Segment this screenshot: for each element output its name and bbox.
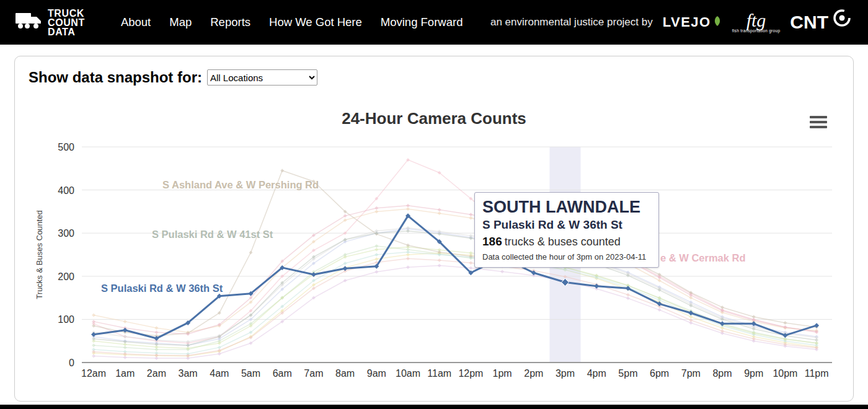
x-tick-label: 8am <box>335 368 355 379</box>
x-tick-label: 9am <box>367 368 386 379</box>
tooltip-location: S Pulaski Rd & W 36th St <box>482 218 651 232</box>
truck-icon <box>15 7 42 37</box>
cnt-logo[interactable]: CNT <box>790 12 853 33</box>
x-tick-label: 10am <box>396 368 420 379</box>
series-line[interactable] <box>94 209 817 332</box>
leaf-icon <box>712 14 722 30</box>
x-tick-label: 12am <box>81 368 106 379</box>
tooltip-area-name: SOUTH LAWNDALE <box>482 198 651 216</box>
header-right: an environmental justice project by LVEJ… <box>490 12 853 33</box>
snapshot-label: Show data snapshot for: <box>29 69 202 86</box>
x-tick-label: 11am <box>427 368 451 379</box>
nav-how-we-got-here[interactable]: How We Got Here <box>269 15 362 29</box>
series-markers[interactable] <box>92 207 818 334</box>
y-axis-title: Trucks & Buses Counted <box>35 210 44 299</box>
main-content: Show data snapshot for: All Locations 01… <box>0 45 868 402</box>
x-tick-label: 9pm <box>744 368 763 379</box>
menu-bar <box>810 126 827 128</box>
menu-bar <box>810 121 827 123</box>
menu-bar <box>810 116 827 118</box>
y-tick-label: 500 <box>58 142 74 152</box>
snapshot-row: Show data snapshot for: All Locations <box>29 69 317 86</box>
tooltip-footnote: Data collected the hour of 3pm on 2023-0… <box>482 252 651 262</box>
x-tick-label: 3am <box>179 368 198 379</box>
nav-reports[interactable]: Reports <box>210 15 250 29</box>
x-tick-label: 3pm <box>556 368 575 379</box>
series-label: e & W Cermak Rd <box>660 252 746 263</box>
x-tick-label: 10pm <box>773 368 797 379</box>
x-tick-label: 7pm <box>681 368 701 379</box>
tooltip-count: 186trucks & buses counted <box>482 235 651 248</box>
x-tick-label: 1am <box>115 368 135 379</box>
site-header: TRUCK COUNT DATA About Map Reports How W… <box>0 0 868 45</box>
site-logo-text: TRUCK COUNT DATA <box>48 9 85 37</box>
x-tick-label: 1pm <box>493 368 512 379</box>
chart-tooltip: SOUTH LAWNDALE S Pulaski Rd & W 36th St … <box>474 192 659 268</box>
y-tick-label: 200 <box>58 271 74 282</box>
chart-card: Show data snapshot for: All Locations 01… <box>14 56 854 402</box>
y-tick-label: 100 <box>58 314 74 325</box>
nav-about[interactable]: About <box>121 15 151 29</box>
x-tick-label: 6am <box>273 368 292 379</box>
y-tick-label: 0 <box>69 358 74 368</box>
nav-moving-forward[interactable]: Moving Forward <box>381 15 463 29</box>
chart-menu-button[interactable] <box>810 116 827 128</box>
camera-counts-chart: 010020030040050012am1am2am3am4am5am6am7a… <box>15 56 853 400</box>
project-tagline: an environmental justice project by <box>490 16 653 29</box>
series-label: S Pulaski Rd & W 36th St <box>101 283 223 294</box>
cnt-swirl-icon <box>831 12 853 33</box>
x-tick-label: 8pm <box>712 368 732 379</box>
footer-bar <box>0 405 868 409</box>
x-tick-label: 4pm <box>587 368 606 379</box>
series-label: S Ashland Ave & W Pershing Rd <box>162 179 319 190</box>
lvejo-logo[interactable]: LVEJO <box>663 14 722 30</box>
x-tick-label: 5pm <box>618 368 637 379</box>
y-tick-label: 300 <box>58 228 74 239</box>
site-logo[interactable]: TRUCK COUNT DATA <box>15 7 85 37</box>
x-tick-label: 2am <box>147 368 166 379</box>
series-label: S Pulaski Rd & W 41st St <box>152 229 273 240</box>
x-tick-label: 2pm <box>524 368 543 379</box>
x-tick-label: 11pm <box>805 368 829 379</box>
x-tick-label: 7am <box>304 368 323 379</box>
x-tick-label: 6pm <box>650 368 669 379</box>
series-markers[interactable] <box>92 204 818 336</box>
location-select[interactable]: All Locations <box>207 69 317 86</box>
x-tick-label: 5am <box>241 368 260 379</box>
x-tick-label: 12pm <box>458 368 483 379</box>
ftg-logo[interactable]: ftg fish transportation group <box>732 12 781 33</box>
main-nav: About Map Reports How We Got Here Moving… <box>121 15 463 29</box>
x-tick-label: 4am <box>210 368 229 379</box>
y-tick-label: 400 <box>58 185 74 196</box>
series-line[interactable] <box>94 206 817 334</box>
chart-title: 24-Hour Camera Counts <box>342 109 526 128</box>
nav-map[interactable]: Map <box>169 15 192 29</box>
